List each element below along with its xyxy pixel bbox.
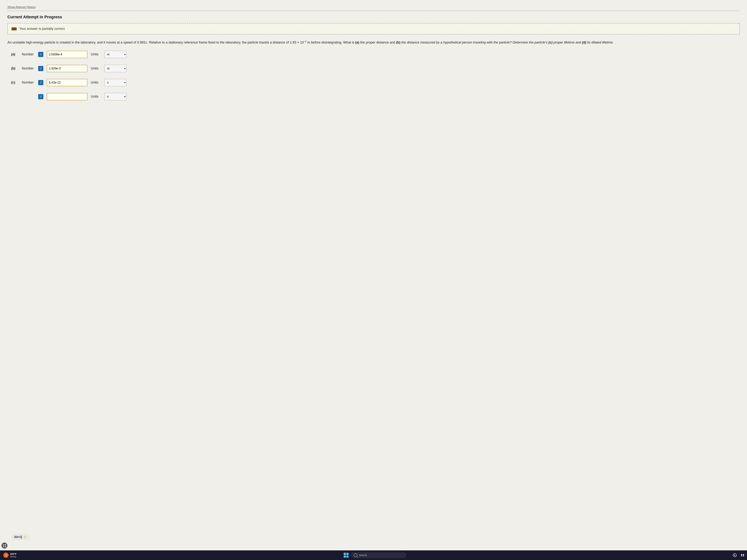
answer-row-d: i Units s ms μs ns (7, 93, 740, 100)
units-select-d[interactable]: s ms μs ns (104, 93, 127, 100)
dot-4 (5, 546, 6, 547)
units-label-b: Units (91, 66, 101, 70)
weather-widget[interactable]: 1 103°F Sunny (1, 552, 18, 559)
info-button-b[interactable]: i (38, 66, 43, 71)
problem-text: An unstable high-energy particle is crea… (7, 39, 740, 45)
minus-icon (11, 27, 17, 30)
weather-text: 103°F Sunny (10, 553, 17, 558)
altq-tooltip: Alt+Q ⚡ (11, 534, 30, 540)
number-input-d[interactable] (47, 93, 87, 100)
dots-menu-icon[interactable] (1, 542, 7, 549)
warning-box: Your answer is partially correct. (7, 23, 740, 34)
answer-row-c: (c) Number i Units s ms μs ns (7, 79, 740, 86)
search-bar[interactable]: Search (351, 552, 406, 558)
search-label: Search (359, 554, 367, 557)
weather-icon: 1 (3, 553, 8, 558)
number-input-a[interactable] (47, 51, 87, 58)
answer-row-b: (b) Number i Units m km cm mm (7, 65, 740, 72)
minimize-icon[interactable] (740, 552, 746, 558)
units-label-c: Units (91, 81, 101, 84)
dot-3 (3, 546, 4, 547)
units-select-c[interactable]: s ms μs ns (104, 79, 127, 86)
units-select-b[interactable]: m km cm mm (104, 65, 127, 72)
number-label-b: Number (22, 66, 35, 70)
part-label-b: (b) (11, 66, 19, 70)
weather-condition: Sunny (10, 555, 17, 558)
svg-rect-3 (743, 554, 744, 555)
windows-icon[interactable] (344, 553, 349, 558)
win-tile-2 (346, 553, 349, 555)
answer-row-a: (a) Number i Units m km cm mm (7, 51, 740, 58)
taskbar: 1 103°F Sunny Search b (0, 550, 747, 560)
win-tile-3 (344, 556, 346, 558)
part-label-a: (a) (11, 52, 19, 56)
weather-temp: 103°F (10, 553, 17, 555)
dot-1 (3, 544, 4, 545)
part-label-c: (c) (11, 81, 19, 84)
svg-rect-4 (741, 555, 742, 556)
main-content: Show Attempt History Current Attempt in … (0, 0, 747, 550)
win-tile-1 (344, 553, 346, 555)
info-button-d[interactable]: i (38, 94, 43, 99)
svg-text:b: b (734, 554, 735, 556)
current-attempt-heading: Current Attempt in Progress (7, 15, 740, 20)
win-tile-4 (346, 556, 349, 558)
info-button-c[interactable]: i (38, 80, 43, 85)
number-label-a: Number (22, 52, 35, 56)
units-label-a: Units (91, 52, 101, 56)
units-label-d: Units (91, 95, 101, 99)
dot-2 (5, 544, 6, 545)
search-icon (354, 553, 357, 557)
number-label-c: Number (22, 81, 35, 84)
svg-rect-5 (743, 555, 744, 556)
number-input-b[interactable] (47, 65, 87, 72)
svg-rect-2 (741, 554, 742, 555)
number-input-c[interactable] (47, 79, 87, 86)
taskbar-center: Search (20, 552, 730, 558)
warning-text: Your answer is partially correct. (19, 27, 66, 31)
speaker-icon[interactable]: b (732, 552, 738, 558)
info-button-a[interactable]: i (38, 52, 43, 57)
taskbar-right: b (732, 552, 746, 558)
show-attempt-label: Show Attempt History (7, 5, 36, 9)
show-attempt-link[interactable]: Show Attempt History (7, 5, 740, 11)
units-select-a[interactable]: m km cm mm (104, 51, 127, 58)
